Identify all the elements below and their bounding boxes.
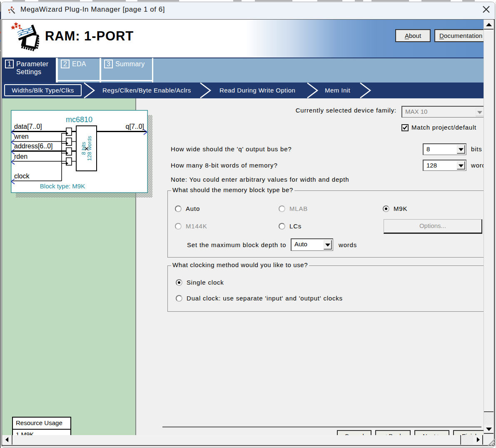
svg-text:Block type: M9K: Block type: M9K [40,183,85,190]
svg-text:rden: rden [14,153,27,160]
svg-text:address[6..0]: address[6..0] [14,143,53,150]
svg-text:clock: clock [14,173,30,180]
svg-text:wren: wren [14,133,29,140]
svg-text:×: × [84,144,89,153]
svg-text:data[7..0]: data[7..0] [14,123,42,130]
svg-text:mc6810: mc6810 [66,115,92,124]
svg-text:q[7..0]: q[7..0] [126,123,144,130]
